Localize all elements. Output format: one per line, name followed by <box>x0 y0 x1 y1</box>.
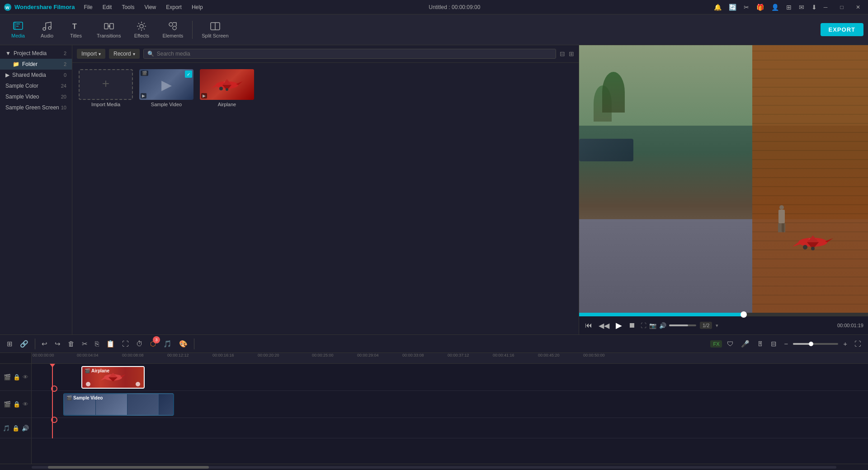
timeline-shield-button[interactable]: 🛡 <box>725 338 736 349</box>
search-icon: 🔍 <box>147 51 154 57</box>
clip-left-handle[interactable] <box>86 382 90 386</box>
download-icon[interactable]: ⬇ <box>809 3 819 12</box>
stop-button[interactable]: ⏹ <box>627 320 637 331</box>
toolbar-audio[interactable]: Audio <box>33 19 61 40</box>
email-icon[interactable]: ✉ <box>797 3 807 12</box>
toolbar-media[interactable]: Media <box>5 19 32 40</box>
timeline-delete-button[interactable]: 🗑 <box>66 338 77 349</box>
sidebar-item-folder[interactable]: 📁 Folder 2 <box>0 59 72 70</box>
toolbar-transitions[interactable]: Transitions <box>91 19 126 40</box>
audio-mute-icon[interactable]: 🔊 <box>22 425 29 432</box>
timeline-mic-button[interactable]: 🎤 <box>739 338 752 350</box>
menu-view[interactable]: View <box>142 3 158 11</box>
layout-icon[interactable]: ⊞ <box>784 3 794 12</box>
toolbar-elements[interactable]: Elements <box>157 19 189 40</box>
import-media-label: Import Media <box>91 102 120 107</box>
play-button[interactable]: ▶ <box>614 319 623 332</box>
volume-button[interactable]: 🔊 <box>659 322 666 329</box>
audio-lock-icon[interactable]: 🔒 <box>12 425 19 432</box>
minimize-button[interactable]: ─ <box>819 3 832 12</box>
import-placeholder-thumb[interactable]: + <box>79 69 133 100</box>
timeline-expand-button[interactable]: ⛶ <box>852 338 863 349</box>
timeline-paste-button[interactable]: 📋 <box>104 338 117 350</box>
scissors-icon[interactable]: ✂ <box>741 3 751 12</box>
filter-icon[interactable]: ⊟ <box>560 50 565 57</box>
sidebar-item-sample-color[interactable]: Sample Color 24 <box>0 80 72 91</box>
preview-seekbar[interactable] <box>579 313 868 316</box>
airplane-thumb[interactable]: ✓ <box>200 69 254 100</box>
toolbar-titles[interactable]: T Titles <box>62 19 90 40</box>
menu-edit[interactable]: Edit <box>101 3 114 11</box>
timeline-color-button[interactable]: 🎨 <box>177 338 190 350</box>
seekbar-handle[interactable] <box>741 311 747 318</box>
toolbar-split-screen[interactable]: Split Screen <box>196 19 234 40</box>
menu-file[interactable]: File <box>82 3 94 11</box>
timeline-add-track-button[interactable]: ⊞ <box>5 338 15 350</box>
ruler-tick-1: 00:00:04:04 <box>77 353 99 357</box>
search-bar[interactable]: 🔍 <box>143 49 556 59</box>
preview-extra-controls: ⛶ 📷 🔊 <box>641 322 696 329</box>
timeline-layout-button[interactable]: ⊟ <box>769 338 779 350</box>
timeline-speed-button[interactable]: ⏱ <box>134 338 145 349</box>
sample-video-clip[interactable]: 🎬 Sample Video <box>63 393 174 416</box>
timeline-audio-button[interactable]: 🎵 <box>161 338 174 350</box>
sample-video-media-item[interactable]: ▶ ✓ 🎬 ▶ Sample Video <box>139 69 193 107</box>
snapshot-button[interactable]: 📷 <box>649 322 656 329</box>
scrollbar-thumb[interactable] <box>48 466 209 469</box>
timeline-audio-mix-button[interactable]: 🎚 <box>755 338 766 349</box>
menu-tools[interactable]: Tools <box>120 3 136 11</box>
export-button[interactable]: EXPORT <box>821 23 863 36</box>
timeline-ruler[interactable]: 00:00:00:00 00:00:04:04 00:00:08:08 00:0… <box>32 353 868 364</box>
fullscreen-button[interactable]: ⛶ <box>641 322 646 329</box>
sidebar-item-project-media[interactable]: ▼ Project Media 2 <box>0 48 72 59</box>
airplane-media-item[interactable]: ✓ <box>200 69 254 107</box>
ruler-tick-9: 00:00:37:12 <box>448 353 469 357</box>
user-icon[interactable]: 👤 <box>769 3 781 12</box>
volume-slider[interactable] <box>669 324 696 326</box>
preview-zoom-label[interactable]: 1/2 <box>700 322 712 329</box>
notif-icon[interactable]: 🔔 <box>712 3 724 12</box>
grid-view-icon[interactable]: ⊞ <box>569 50 574 57</box>
sidebar-item-shared-media[interactable]: ▶ Shared Media 0 <box>0 70 72 80</box>
airplane-clip[interactable]: 🎬 Airplane <box>81 366 145 389</box>
search-input[interactable] <box>157 51 552 57</box>
menu-bar: File Edit Tools View Export Help <box>82 3 204 11</box>
media-panel: Import ▾ Record ▾ 🔍 ⊟ ⊞ + Import Media <box>72 45 579 334</box>
step-back-button[interactable]: ◀◀ <box>597 320 611 331</box>
timeline-fx-button[interactable]: FX <box>710 340 722 348</box>
timeline-plus-button[interactable]: + <box>841 338 849 349</box>
refresh-icon[interactable]: 🔄 <box>726 3 739 12</box>
video-overlay-lock-icon[interactable]: 🔒 <box>13 374 20 381</box>
sidebar-shared-media-count: 0 <box>64 72 66 78</box>
track-row-audio <box>32 418 868 438</box>
sidebar-item-sample-video[interactable]: Sample Video 20 <box>0 91 72 102</box>
menu-help[interactable]: Help <box>190 3 205 11</box>
video-main-eye-icon[interactable]: 👁 <box>23 401 28 408</box>
import-media-item[interactable]: + Import Media <box>79 69 133 107</box>
timeline-link-button[interactable]: 🔗 <box>18 338 31 350</box>
import-button[interactable]: Import ▾ <box>77 49 105 59</box>
video-overlay-eye-icon[interactable]: 👁 <box>23 374 28 381</box>
close-button[interactable]: ✕ <box>852 3 864 12</box>
timeline-cut-button[interactable]: ✂ <box>80 338 90 350</box>
skip-to-start-button[interactable]: ⏮ <box>584 320 594 331</box>
sidebar-item-sample-green-screen[interactable]: Sample Green Screen 10 <box>0 102 72 113</box>
zoom-slider[interactable] <box>793 343 838 345</box>
timeline-copy-button[interactable]: ⎘ <box>93 338 101 349</box>
toolbar-effects[interactable]: Effects <box>128 19 155 40</box>
sample-video-thumb[interactable]: ▶ ✓ 🎬 ▶ <box>139 69 193 100</box>
maximize-button[interactable]: □ <box>835 3 848 12</box>
clip-right-handle[interactable] <box>136 382 140 386</box>
timeline-minus-button[interactable]: − <box>782 338 790 349</box>
video-main-lock-icon[interactable]: 🔒 <box>13 401 20 408</box>
timeline-scrollbar[interactable] <box>0 464 868 470</box>
gift-icon[interactable]: 🎁 <box>754 3 766 12</box>
record-button[interactable]: Record ▾ <box>109 49 140 59</box>
timeline-undo-button[interactable]: ↩ <box>39 338 50 350</box>
track-ctrl-video-overlay: 🎬 🔒 👁 <box>0 364 32 391</box>
timeline-crop-button[interactable]: ⛶ <box>120 338 131 349</box>
zoom-dropdown-button[interactable]: ▾ <box>716 323 718 329</box>
sidebar-project-media-count: 2 <box>64 51 66 56</box>
menu-export[interactable]: Export <box>164 3 184 11</box>
timeline-redo-button[interactable]: ↪ <box>52 338 63 350</box>
